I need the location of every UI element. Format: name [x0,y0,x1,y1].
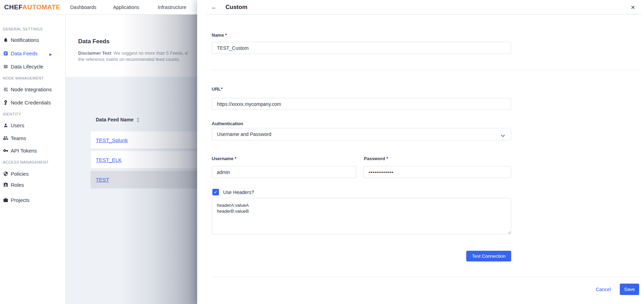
feed-link-test-splunk[interactable]: TEST_Splunk [96,137,128,143]
section-general-settings: GENERAL SETTINGS [3,27,65,32]
settings-sidebar: GENERAL SETTINGS Notifications Data Feed… [0,15,66,304]
briefcase-icon [3,197,8,203]
shield-icon [3,171,8,176]
disclaimer-text: Disclaimer Text: We suggest no more than… [78,50,187,63]
sidebar-item-label: Notifications [11,37,39,43]
username-field[interactable] [212,166,356,178]
back-arrow-icon[interactable]: ← [210,0,219,15]
checkmark-icon: ✓ [214,190,218,195]
section-node-management: NODE MANAGEMENT [3,76,65,81]
slideover-title: Custom [226,4,247,11]
list-icon [3,64,8,69]
nav-dashboards[interactable]: Dashboards [70,0,96,15]
key-icon [3,148,8,153]
sidebar-item-node-credentials[interactable]: Node Credentials [0,98,65,107]
sidebar-item-data-lifecycle[interactable]: Data Lifecycle [0,62,65,71]
sidebar-item-roles[interactable]: Roles [0,181,65,189]
key-icon [3,100,8,105]
page-title: Data Feeds [78,38,110,45]
use-headers-checkbox[interactable]: ✓ [212,189,219,195]
bell-icon [3,37,8,43]
sidebar-item-label: Teams [11,135,26,141]
footer-actions: Cancel Save [596,284,639,295]
clipboard-icon [3,50,8,56]
custom-feed-slideover: ← Custom × Name * URL* Authentication Us… [197,0,644,304]
sidebar-item-label: Projects [11,197,29,203]
badge-icon [3,182,8,187]
logo-chef: CHEF [4,3,22,11]
chef-automate-logo[interactable]: CHEFAUTOMATE [4,0,61,15]
use-headers-label: Use Headers? [223,190,254,195]
sidebar-item-label: Roles [11,182,24,188]
username-label: Username * [212,156,237,161]
feed-link-test[interactable]: TEST [96,177,109,183]
sidebar-item-node-integrations[interactable]: Node Integrations [0,85,65,93]
authentication-selected-value: Username and Password [217,131,271,137]
sidebar-item-users[interactable]: Users [0,121,65,129]
authentication-label: Authentication [212,121,243,126]
sidebar-item-label: Users [11,122,24,128]
data-feeds-page: Data Feeds Disclaimer Text: We suggest n… [66,15,197,304]
authentication-select[interactable]: Username and Password [212,128,511,140]
feed-link-test-elk[interactable]: TEST_ELK [96,157,122,163]
headers-textarea[interactable]: headerA:valueA headerB:valueB [212,198,511,234]
password-label: Password * [364,156,388,161]
url-field[interactable] [212,98,511,110]
footer-divider [212,277,641,277]
logo-automate: AUTOMATE [22,3,61,11]
section-identity: IDENTITY [3,112,65,117]
person-icon [3,122,8,128]
sidebar-item-teams[interactable]: Teams [0,134,65,142]
nav-applications[interactable]: Applications [113,0,139,15]
section-divider [212,70,641,70]
save-button[interactable]: Save [620,284,639,295]
sidebar-item-label: API Tokens [11,148,37,154]
nav-infrastructure[interactable]: Infrastructure [158,0,186,15]
sidebar-item-label: Node Integrations [11,86,52,92]
close-icon[interactable]: × [629,3,637,11]
sidebar-item-label: Node Credentials [11,100,51,105]
column-header-data-feed-name: Data Feed Name [96,117,134,122]
table-row[interactable]: TEST_ELK [91,151,197,168]
sidebar-item-label: Policies [11,171,29,177]
sort-icon[interactable] [137,118,140,122]
test-connection-button[interactable]: Test Connection [466,251,511,261]
sidebar-item-label: Data Lifecycle [11,64,43,70]
sidebar-item-label: Data Feeds [11,50,38,56]
sidebar-item-notifications[interactable]: Notifications [0,36,65,44]
chevron-down-icon [501,133,505,138]
password-field[interactable] [364,166,511,178]
sliders-icon [3,86,8,92]
name-label: Name * [212,33,227,38]
disclaimer-label: Disclaimer Text [78,50,111,56]
table-section-background [66,77,197,304]
slideover-header: ← Custom × [197,0,644,15]
cancel-button[interactable]: Cancel [596,287,611,292]
section-access-management: ACCESS MANAGEMENT [3,160,65,165]
sidebar-item-projects[interactable]: Projects [0,196,65,204]
sidebar-item-policies[interactable]: Policies [0,169,65,178]
name-field[interactable] [212,42,511,54]
people-icon [3,135,8,141]
sidebar-item-api-tokens[interactable]: API Tokens [0,146,65,155]
table-row[interactable]: TEST [91,171,197,188]
sidebar-item-data-feeds[interactable]: Data Feeds [0,49,65,57]
active-item-arrow-icon [49,52,52,57]
table-row[interactable]: TEST_Splunk [91,131,197,149]
url-label: URL* [212,86,223,92]
